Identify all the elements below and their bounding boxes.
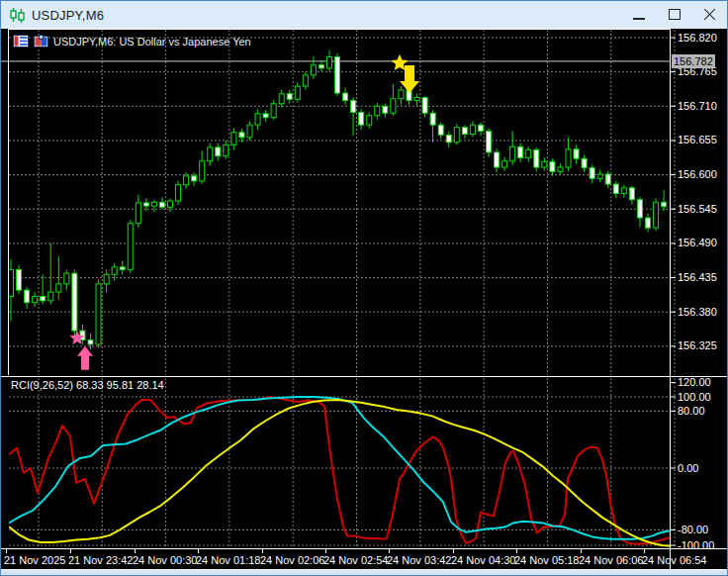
time-axis-label: 24 Nov 03:42 (387, 554, 451, 566)
time-axis-label: 24 Nov 01:18 (196, 554, 260, 566)
time-axis-label: 24 Nov 02:06 (260, 554, 324, 566)
price-axis-label: 156.710 (678, 100, 717, 112)
time-axis-label: 24 Nov 00:30 (133, 554, 197, 566)
time-axis-label: 21 Nov 23:42 (68, 554, 133, 566)
price-axis-label: 156.380 (678, 306, 717, 318)
price-axis-label: 156.600 (678, 168, 717, 180)
candle-bull (176, 181, 181, 205)
chart-background (1, 29, 728, 570)
symbol-description: USDJPY,M6: US Dollar vs Japanese Yen (53, 36, 251, 48)
time-axis-label: 24 Nov 04:30 (451, 554, 515, 566)
candle-bull (128, 220, 133, 273)
candle-bull (96, 279, 101, 347)
chart-plot-area[interactable] (1, 1, 728, 576)
time-axis-label: 24 Nov 06:06 (579, 554, 643, 566)
candle-bear (17, 265, 22, 295)
indicator-axis-label: -80.00 (678, 524, 708, 535)
indicator-axis-label: 120.00 (678, 376, 711, 388)
indicator-axis-label: 80.00 (678, 405, 705, 417)
candle-bull (654, 199, 659, 232)
price-axis-label: 156.545 (678, 203, 717, 215)
price-axis-label: 156.435 (678, 271, 717, 283)
candle-bull (247, 122, 252, 141)
candle-bear (72, 269, 77, 337)
indicator-axis-label: 100.00 (678, 391, 711, 403)
time-axis-label: 24 Nov 05:18 (514, 554, 579, 566)
time-axis-label: 24 Nov 06:54 (642, 554, 706, 566)
chart-window: USDJPY,M6 USDJPY,M6: US (0, 0, 728, 576)
indicator-label: RCI(9,26,52) 68.33 95.81 28.14 (11, 379, 164, 391)
price-axis-label: 156.325 (678, 339, 717, 351)
price-axis-label: 156.655 (678, 134, 717, 145)
indicator-axis-label: 0.00 (678, 462, 698, 474)
price-axis-label: 156.820 (678, 32, 717, 44)
chart-header: USDJPY,M6: US Dollar vs Japanese Yen (13, 35, 251, 48)
price-axis-label: 156.490 (678, 237, 717, 248)
candle-bear (335, 53, 340, 96)
current-price-tag: 156.782 (672, 54, 715, 68)
history-book-icon[interactable] (34, 35, 48, 48)
time-axis-label: 21 Nov 2025 (4, 554, 65, 566)
indicator-axis-label: -100.00 (678, 539, 714, 551)
panel-separator-handle[interactable] (1, 374, 671, 379)
quotes-table-icon[interactable] (13, 35, 29, 48)
time-axis-label: 24 Nov 02:54 (323, 554, 388, 566)
